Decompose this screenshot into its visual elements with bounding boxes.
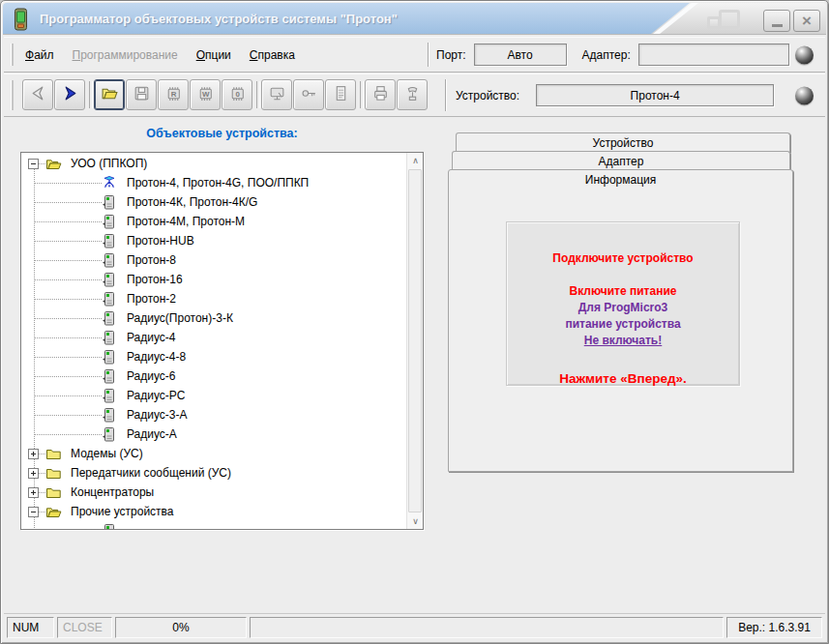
scroll-up-icon[interactable]: ∧ bbox=[407, 153, 424, 168]
device-icon bbox=[102, 330, 120, 345]
menu-item-1[interactable]: Программирование bbox=[73, 48, 178, 62]
tree-item-Модемы (УС)[interactable]: Модемы (УС) bbox=[21, 444, 405, 463]
key-icon bbox=[300, 84, 318, 105]
tree-item-Радиус-6[interactable]: Радиус-6 bbox=[21, 366, 405, 386]
port-label: Порт: bbox=[436, 48, 466, 62]
toolbar-separator bbox=[253, 80, 260, 109]
tree-item-label: Протон-4, Протон-4G, ПОО/ППКП bbox=[127, 176, 309, 190]
tree-item-Протон-16[interactable]: Протон-16 bbox=[21, 270, 405, 289]
client-area: Объектовые устройства: УОО (ППКОП)Протон… bbox=[4, 118, 827, 612]
message-line-3: питание устройства bbox=[507, 316, 739, 333]
erase-chip-icon: 0 bbox=[228, 84, 247, 105]
tree-item-clipped[interactable] bbox=[21, 521, 405, 529]
collapse-icon[interactable] bbox=[28, 507, 39, 517]
tree-connector bbox=[34, 260, 102, 261]
tree-item-Радиус-4-8[interactable]: Радиус-4-8 bbox=[21, 347, 405, 366]
app-icon bbox=[13, 8, 29, 31]
forward-arrow-button[interactable] bbox=[54, 79, 85, 110]
tree-connector bbox=[39, 492, 45, 493]
tree-connector bbox=[34, 395, 102, 396]
tree-item-Радиус-3-А[interactable]: Радиус-3-А bbox=[21, 405, 405, 424]
tree-item-Протон-4М, Протон-М[interactable]: Протон-4М, Протон-М bbox=[21, 212, 405, 231]
tree-item-label: Радиус-4 bbox=[127, 331, 176, 344]
scrollbar-thumb[interactable] bbox=[408, 169, 422, 512]
back-arrow-button bbox=[22, 79, 53, 110]
tab-information[interactable]: Информация bbox=[449, 170, 792, 190]
status-message bbox=[250, 617, 724, 638]
closed-folder-icon bbox=[45, 446, 64, 461]
phone-button bbox=[397, 79, 428, 110]
tree-item-Концентраторы[interactable]: Концентраторы bbox=[21, 483, 405, 502]
svg-text:0: 0 bbox=[235, 90, 240, 99]
tree-connector bbox=[34, 279, 102, 280]
save-button bbox=[126, 79, 157, 110]
message-line-1: Включите питание bbox=[507, 283, 739, 300]
tree-item-Радиус-РС[interactable]: Радиус-РС bbox=[21, 386, 405, 405]
menu-bar: ФайлПрограммированиеОпцииСправка bbox=[25, 38, 295, 72]
tree-item-Протон-4К, Протон-4К/G[interactable]: Протон-4К, Протон-4К/G bbox=[21, 192, 405, 212]
tree-item-Передатчики сообщений (УС)[interactable]: Передатчики сообщений (УС) bbox=[21, 463, 405, 483]
tree-item-Протон-4, Протон-4G, ПОО/ППКП[interactable]: Протон-4, Протон-4G, ПОО/ППКП bbox=[21, 173, 405, 192]
scroll-down-icon[interactable]: ∨ bbox=[407, 513, 424, 529]
tree-connector bbox=[34, 415, 102, 416]
menu-item-3[interactable]: Справка bbox=[250, 48, 295, 62]
back-arrow-icon bbox=[29, 84, 47, 105]
close-button[interactable]: × bbox=[793, 10, 820, 32]
tree-item-Протон-2[interactable]: Протон-2 bbox=[21, 289, 405, 308]
tree-item-Протон-8[interactable]: Протон-8 bbox=[21, 250, 405, 270]
tree-scrollbar[interactable]: ∧ ∨ bbox=[406, 153, 423, 529]
close-icon: × bbox=[802, 13, 812, 29]
log-button bbox=[325, 79, 356, 110]
device-field: Протон-4 bbox=[536, 84, 774, 106]
minimize-button[interactable] bbox=[763, 10, 790, 32]
open-folder-button[interactable] bbox=[94, 79, 125, 110]
collapse-icon[interactable] bbox=[28, 159, 39, 169]
tree-item-Радиус(Протон)-3-К[interactable]: Радиус(Протон)-3-К bbox=[21, 308, 405, 328]
status-progress: 0% bbox=[115, 617, 247, 638]
tree-item-Прочие устройства[interactable]: Прочие устройства bbox=[21, 502, 405, 521]
print-button bbox=[365, 79, 396, 110]
expand-icon[interactable] bbox=[28, 449, 39, 459]
toolbar: RW0 bbox=[22, 79, 429, 110]
tree-item-label: Протон-HUB bbox=[127, 234, 194, 248]
expand-icon[interactable] bbox=[28, 487, 39, 498]
tree-item-Радиус-А[interactable]: Радиус-А bbox=[21, 424, 405, 444]
menu-band-grip[interactable] bbox=[11, 44, 14, 66]
tree-item-label: УОО (ППКОП) bbox=[71, 157, 147, 170]
device-icon bbox=[102, 388, 120, 403]
device-label: Устройство: bbox=[456, 89, 519, 102]
tree-item-label: Радиус-А bbox=[127, 427, 177, 441]
tree-connector bbox=[34, 376, 102, 377]
closed-folder-icon bbox=[45, 465, 64, 481]
tree-connector bbox=[34, 337, 102, 338]
menu-item-2[interactable]: Опции bbox=[196, 48, 231, 62]
adapter-field bbox=[638, 44, 789, 66]
device-status-led bbox=[795, 86, 814, 104]
port-field: Авто bbox=[474, 44, 567, 66]
tree-item-label: Радиус-РС bbox=[127, 389, 185, 402]
tree-item-УОО (ППКОП)[interactable]: УОО (ППКОП) bbox=[21, 154, 405, 173]
expand-icon[interactable] bbox=[28, 468, 39, 479]
tree-item-label: Прочие устройства bbox=[71, 505, 174, 518]
device-icon bbox=[102, 426, 120, 442]
message-line-0: Подключите устройство bbox=[507, 250, 739, 267]
tree-item-label: Протон-8 bbox=[127, 253, 176, 267]
tree-connector bbox=[34, 357, 102, 358]
tab-device[interactable]: Устройство bbox=[456, 132, 790, 152]
tree-item-label: Концентраторы bbox=[71, 485, 154, 499]
tab-page-information: Информация Подключите устройствоВключите… bbox=[448, 169, 793, 472]
tree-connector bbox=[34, 318, 102, 319]
menu-item-0[interactable]: Файл bbox=[25, 48, 54, 62]
device-icon bbox=[102, 272, 120, 287]
message-line-4: Не включать! bbox=[507, 333, 739, 349]
menu-band: ФайлПрограммированиеОпцииСправка Порт: А… bbox=[4, 37, 825, 73]
print-icon bbox=[371, 84, 390, 105]
instruction-message-box: Подключите устройствоВключите питаниеДля… bbox=[506, 221, 740, 386]
tree-connector bbox=[39, 163, 45, 164]
tree-item-Радиус-4[interactable]: Радиус-4 bbox=[21, 328, 405, 347]
device-control-icon bbox=[268, 84, 286, 105]
tree-item-Протон-HUB[interactable]: Протон-HUB bbox=[21, 231, 405, 250]
status-close: CLOSE bbox=[57, 617, 112, 638]
tab-adapter[interactable]: Адаптер bbox=[452, 151, 790, 170]
toolbar-band-grip[interactable] bbox=[11, 80, 14, 110]
